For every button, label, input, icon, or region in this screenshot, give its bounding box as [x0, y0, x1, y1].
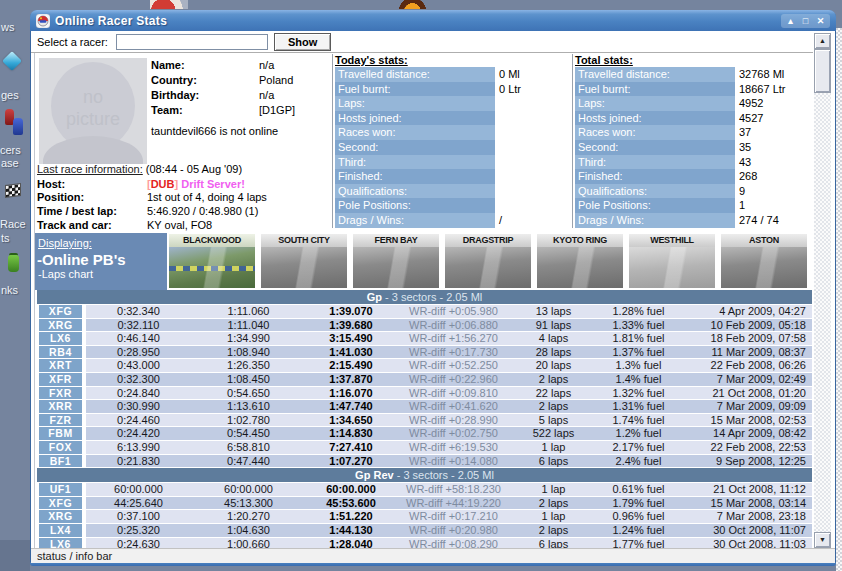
- profile-field-label: Country:: [151, 74, 259, 86]
- wr-diff: WR-diff +6:19.530: [396, 441, 511, 454]
- stat-value: [495, 198, 499, 213]
- stat-value: 18667 Ltr: [735, 82, 785, 97]
- displaying-heading-link[interactable]: Displaying:: [38, 237, 92, 249]
- car-cell: XRG: [39, 510, 82, 524]
- pb-row[interactable]: XRG0:37.1001:20.2701:51.220WR-diff +0:17…: [37, 510, 812, 524]
- row-values: 0:25.3201:04.6301:44.130WR-diff +0:20.98…: [86, 524, 812, 538]
- stat-label: Travelled distance:: [575, 67, 735, 82]
- pb-row[interactable]: XRT0:43.0001:26.3502:15.490WR-diff +0:52…: [37, 359, 812, 373]
- car-cell: LX6: [39, 538, 82, 549]
- pb-row[interactable]: XFR0:32.3001:08.4501:37.870WR-diff +0:22…: [37, 373, 812, 387]
- track-thumb-label: FERN BAY: [353, 234, 439, 247]
- pb-row[interactable]: XRG0:32.1101:11.0401:39.680WR-diff +0:06…: [37, 319, 812, 333]
- pb-date: 21 Oct 2008, 01:20: [681, 387, 812, 400]
- pb-row[interactable]: RB40:28.9501:08.9401:41.030WR-diff +0:17…: [37, 346, 812, 360]
- fuel-percent: 1.24% fuel: [596, 524, 681, 537]
- pb-row[interactable]: BF10:21.8300:47.4401:07.270WR-diff +0:14…: [37, 455, 812, 469]
- profile-field-label: Birthday:: [151, 89, 259, 101]
- desktop-icon-label[interactable]: ase: [1, 157, 19, 169]
- car-cell: BF1: [39, 455, 82, 469]
- total-time: 1:37.870: [306, 373, 396, 386]
- shade-button[interactable]: ▴: [784, 15, 797, 27]
- lap-count: 20 laps: [511, 359, 596, 372]
- desktop-icon-label[interactable]: ws: [1, 21, 14, 33]
- links-icon[interactable]: [8, 255, 19, 272]
- pb-row[interactable]: XRR0:30.9901:13.6101:47.740WR-diff +0:41…: [37, 400, 812, 414]
- scroll-up-button[interactable]: ▲: [814, 33, 831, 49]
- window-bottom-border: [30, 563, 836, 566]
- maximize-button[interactable]: □: [799, 15, 812, 27]
- outer-scrollbar-track[interactable]: [836, 28, 842, 571]
- stat-row: Pole Positions:1: [575, 198, 810, 213]
- wr-diff: WR-diff +0:17.210: [396, 510, 511, 523]
- car-cell: UF1: [39, 483, 82, 497]
- pb-row[interactable]: FBM0:24.4200:54.4501:14.830WR-diff +0:02…: [37, 427, 812, 441]
- diamond-icon[interactable]: [2, 51, 22, 71]
- online-racer-stats-window: Online Racer Stats ▴□✕ Select a racer: S…: [30, 10, 836, 565]
- fuel-percent: 1.2% fuel: [596, 427, 681, 440]
- displaying-mode: -Online PB's: [37, 251, 167, 268]
- pb-row[interactable]: FOX6:13.9906:58.8107:27.410WR-diff +6:19…: [37, 441, 812, 455]
- track-thumb-image: [445, 247, 531, 288]
- pb-row[interactable]: FZR0:24.4601:02.7801:34.650WR-diff +0:28…: [37, 414, 812, 428]
- desktop-icon-label[interactable]: cers: [0, 144, 21, 156]
- sector2-time: 1:20.270: [191, 510, 306, 523]
- total-time: 1:14.830: [306, 427, 396, 440]
- lap-count: 6 laps: [511, 538, 596, 549]
- total-time: 1:47.740: [306, 400, 396, 413]
- vertical-scrollbar[interactable]: ▲ ▼: [814, 33, 831, 548]
- pb-date: 22 Feb 2008, 06:26: [681, 359, 812, 372]
- desktop-icon-label[interactable]: nks: [1, 284, 18, 296]
- stat-label: Fuel burnt:: [575, 82, 735, 97]
- track-thumb-kyoto-ring[interactable]: KYOTO RING: [537, 234, 623, 288]
- wr-diff: WR-diff +44:19.220: [396, 497, 511, 510]
- scrollbar-thumb[interactable]: [814, 49, 831, 93]
- track-thumb-blackwood[interactable]: BLACKWOOD: [169, 234, 255, 288]
- last-race-value: 5:46.920 / 0:48.980 (1): [147, 205, 258, 217]
- track-thumb-dragstrip[interactable]: DRAGSTRIP: [445, 234, 531, 288]
- profile-field-label: Name:: [151, 59, 259, 71]
- track-thumb-south-city[interactable]: SOUTH CITY: [261, 234, 347, 288]
- pb-date: 15 Mar 2008, 02:53: [681, 414, 812, 427]
- lap-count: 2 laps: [511, 497, 596, 510]
- sector1-time: 0:32.340: [86, 305, 191, 318]
- stat-value: [495, 155, 499, 170]
- track-thumb-westhill[interactable]: WESTHILL: [629, 234, 715, 288]
- show-button[interactable]: Show: [274, 33, 331, 51]
- pb-row[interactable]: UF160:00.00060:00.00060:00.000WR-diff +5…: [37, 483, 812, 497]
- titlebar[interactable]: Online Racer Stats ▴□✕: [30, 10, 836, 31]
- track-thumb-image: [353, 247, 439, 288]
- last-race-heading-link[interactable]: Last race information:: [37, 163, 143, 175]
- desktop-icon-label[interactable]: ges: [1, 89, 19, 101]
- pb-row[interactable]: XFG0:32.3401:11.0601:39.070WR-diff +0:05…: [37, 305, 812, 319]
- stat-label: Races won:: [335, 125, 495, 140]
- lap-count: 2 laps: [511, 400, 596, 413]
- desktop-icon-label[interactable]: Race: [0, 218, 26, 230]
- checkered-flag-icon[interactable]: [5, 183, 21, 198]
- racer-name-input[interactable]: [116, 34, 268, 50]
- track-thumb-label: BLACKWOOD: [169, 234, 255, 247]
- track-thumb-aston[interactable]: ASTON: [721, 234, 807, 288]
- pb-row[interactable]: LX60:24.6301:00.6601:28.040WR-diff +0:08…: [37, 538, 812, 549]
- pb-row[interactable]: LX60:46.1401:34.9903:15.490WR-diff +1:56…: [37, 332, 812, 346]
- total-time: 1:44.130: [306, 524, 396, 537]
- fuel-percent: 1.31% fuel: [596, 400, 681, 413]
- close-button[interactable]: ✕: [814, 15, 827, 27]
- stat-value: 32768 Ml: [735, 67, 784, 82]
- pb-row[interactable]: FXR0:24.8400:54.6501:16.070WR-diff +0:09…: [37, 387, 812, 401]
- row-values: 0:30.9901:13.6101:47.740WR-diff +0:41.62…: [86, 400, 812, 414]
- lap-count: 13 laps: [511, 305, 596, 318]
- sector2-time: 1:08.450: [191, 373, 306, 386]
- pb-row[interactable]: LX40:25.3201:04.6301:44.130WR-diff +0:20…: [37, 524, 812, 538]
- stat-label: Pole Positions:: [335, 198, 495, 213]
- car-cell: XFG: [39, 497, 82, 511]
- fuel-percent: 1.32% fuel: [596, 387, 681, 400]
- desktop-icon-label[interactable]: ts: [1, 232, 10, 244]
- pb-row[interactable]: XFG44:25.64045:13.30045:53.600WR-diff +4…: [37, 497, 812, 511]
- row-values: 0:24.6301:00.6601:28.040WR-diff +0:08.29…: [86, 538, 812, 549]
- racers-icon[interactable]: [4, 109, 26, 137]
- scroll-down-button[interactable]: ▼: [814, 532, 831, 548]
- no-picture-label: no picture: [55, 86, 131, 130]
- stat-label: Laps:: [575, 96, 735, 111]
- track-thumb-fern-bay[interactable]: FERN BAY: [353, 234, 439, 288]
